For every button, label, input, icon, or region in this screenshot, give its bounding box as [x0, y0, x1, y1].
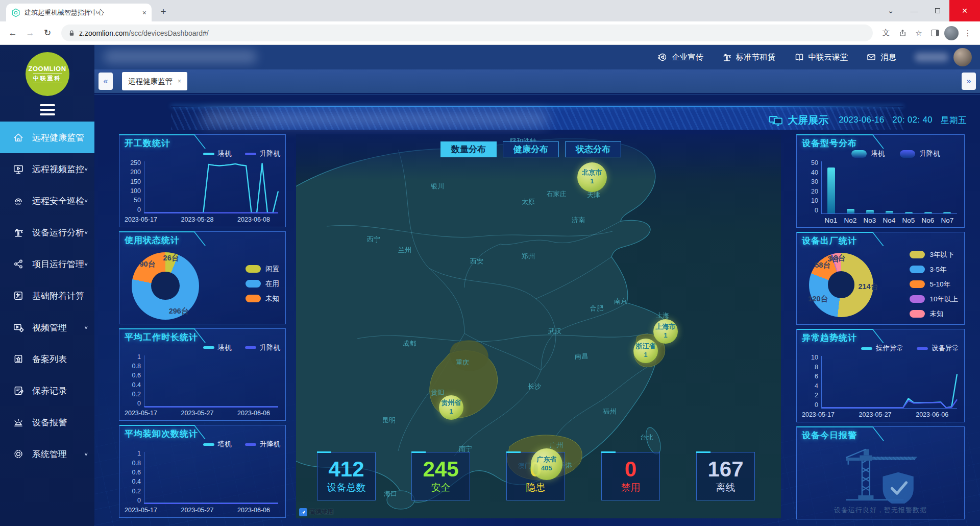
sidebar-item[interactable]: 远程视频监控∨: [0, 153, 94, 185]
topnav-item[interactable]: 标准节租赁: [722, 52, 776, 63]
map-attribution: 高德地图: [299, 508, 334, 516]
sidebar-item[interactable]: 保养记录: [0, 375, 94, 407]
sidebar-collapse-button[interactable]: [40, 104, 55, 115]
sidebar-item[interactable]: 远程健康监管: [0, 122, 94, 153]
bookmark-star-icon[interactable]: ☆: [912, 26, 926, 40]
tab-search-icon[interactable]: ⌄: [879, 0, 902, 21]
user-avatar[interactable]: [953, 48, 972, 66]
alarm-empty-text: 设备运行良好，暂无报警数据: [834, 506, 927, 515]
map-city-label: 长沙: [528, 382, 541, 391]
legend-item[interactable]: 10年以上: [910, 295, 958, 304]
map-marker[interactable]: 上海市1: [653, 319, 678, 344]
share-icon[interactable]: [895, 26, 910, 40]
map-marker[interactable]: 北京市1: [577, 162, 607, 192]
minimize-button[interactable]: —: [902, 0, 926, 21]
back-button[interactable]: ←: [5, 26, 20, 41]
topnav-item-label: 消息: [880, 52, 896, 63]
panel-today-alarms: 设备今日报警: [796, 426, 965, 520]
sidebar-item[interactable]: 系统管理∨: [0, 438, 94, 470]
panel-title: 设备出厂统计: [802, 235, 857, 247]
stat-card: 167离线: [696, 452, 755, 500]
legend-item[interactable]: 3年以下: [910, 250, 958, 259]
sidebar-item[interactable]: 远程安全巡检∨: [0, 185, 94, 217]
legend-item[interactable]: 塔机: [203, 149, 232, 158]
map-marker[interactable]: 广东省405: [531, 448, 562, 480]
alarm-empty-state: 设备运行良好，暂无报警数据: [801, 442, 960, 515]
reload-button[interactable]: ↻: [40, 26, 55, 41]
bar: [943, 212, 951, 213]
map-marker[interactable]: 贵州省1: [439, 395, 463, 420]
big-screen-button[interactable]: 大屏展示: [769, 113, 828, 127]
topnav-item[interactable]: 企业宣传: [657, 52, 703, 63]
legend-item[interactable]: 塔机: [851, 149, 885, 158]
lock-icon: [68, 30, 75, 37]
browser-tab[interactable]: 建筑起重机械智慧指挥中心 ×: [6, 4, 152, 21]
legend-item[interactable]: 设备异常: [917, 344, 959, 353]
legend-item[interactable]: 升降机: [245, 343, 281, 352]
topnav-item-label: 企业宣传: [672, 52, 703, 63]
legend-item[interactable]: 5-10年: [910, 280, 958, 289]
restore-button[interactable]: [926, 0, 949, 21]
legend-item[interactable]: 升降机: [900, 149, 940, 158]
map-marker[interactable]: 浙江省1: [633, 339, 658, 363]
dual-monitor-icon: [769, 115, 783, 126]
sidebar-item[interactable]: 项目运行管理∨: [0, 248, 94, 280]
address-bar[interactable]: z.zoomlion.com/scc/devicesDashboard#/: [61, 25, 873, 41]
topnav-item[interactable]: 消息: [866, 52, 896, 63]
legend-item[interactable]: 在用: [246, 279, 279, 289]
stat-value: 412: [328, 459, 364, 480]
legend-item[interactable]: 塔机: [203, 343, 232, 352]
sidebar-item[interactable]: 视频管理∨: [0, 312, 94, 343]
map-mode-button[interactable]: 健康分布: [503, 141, 559, 157]
tabs-scroll-left-icon[interactable]: «: [99, 73, 113, 90]
datetime: 2023-06-16 20: 02: 40 星期五: [839, 115, 967, 126]
browser-tab-bar: 建筑起重机械智慧指挥中心 × + ⌄ — ✕: [0, 0, 980, 21]
tabs-scroll-right-icon[interactable]: »: [962, 73, 976, 90]
legend-item[interactable]: 3-5年: [910, 265, 958, 274]
marker-value: 1: [644, 351, 647, 360]
legend-item[interactable]: 操作异常: [861, 344, 903, 353]
settings-icon: [13, 448, 24, 460]
legend-item[interactable]: 升降机: [245, 440, 281, 449]
marker-region-label: 浙江省: [636, 342, 656, 351]
tab-title: 建筑起重机械智慧指挥中心: [24, 8, 138, 17]
legend-item[interactable]: 未知: [910, 309, 958, 319]
menu-kebab-icon[interactable]: ⋮: [961, 26, 975, 40]
bar: [827, 168, 835, 213]
browser-chrome: 建筑起重机械智慧指挥中心 × + ⌄ — ✕ ← → ↻ z.zoomlion.…: [0, 0, 980, 45]
sidebar-item[interactable]: 设备报警: [0, 407, 94, 438]
sidebar-item-label: 设备运行分析: [32, 227, 84, 238]
user-area[interactable]: [915, 48, 972, 66]
browser-profile-avatar[interactable]: [944, 26, 959, 40]
panel-factory-age: 设备出厂统计 214台120台58台3台18台3年以下3-5年5-10年10年以…: [796, 232, 965, 325]
new-tab-button[interactable]: +: [156, 4, 171, 19]
sidebar-item-label: 视频管理: [32, 322, 67, 333]
translate-icon[interactable]: 文: [879, 26, 893, 40]
close-button[interactable]: ✕: [949, 0, 980, 21]
page-tab-active[interactable]: 远程健康监管 ×: [122, 72, 187, 90]
map-city-label: 武汉: [548, 327, 561, 336]
tab-close-icon[interactable]: ×: [142, 9, 146, 17]
china-map[interactable]: 数量分布健康分布状态分布 呼和浩特银川太原石家庄天津济南西宁兰州西安郑州南京合肥…: [296, 134, 781, 518]
legend-item[interactable]: 升降机: [245, 149, 281, 158]
blurred-username: [915, 53, 948, 62]
map-city-label: 贵阳: [431, 388, 444, 397]
sidebar-item[interactable]: 基础附着计算: [0, 280, 94, 312]
legend-item[interactable]: 闲置: [246, 265, 279, 274]
topnav-item[interactable]: 中联云课堂: [794, 52, 848, 63]
sidebar-item-label: 项目运行管理: [32, 258, 84, 270]
legend-item[interactable]: 未知: [246, 294, 279, 303]
panel-device-model: 设备型号分布 塔机升降机50403020100No1No2No3No4No5No…: [796, 134, 965, 228]
map-mode-button[interactable]: 数量分布: [440, 141, 497, 157]
stat-label: 离线: [716, 481, 736, 494]
crane-icon: [722, 52, 732, 62]
page-tab-close-icon[interactable]: ×: [178, 78, 181, 85]
map-mode-button[interactable]: 状态分布: [565, 141, 621, 157]
sidebar-item[interactable]: 备案列表: [0, 343, 94, 375]
blurred-breadcrumb: [104, 50, 257, 63]
side-panel-icon[interactable]: [928, 26, 942, 40]
sidebar-item[interactable]: 设备运行分析∨: [0, 217, 94, 248]
zoomlion-logo: ZOOMLION 中联重科: [26, 52, 69, 96]
forward-button[interactable]: →: [22, 26, 38, 41]
legend-item[interactable]: 塔机: [203, 440, 232, 449]
